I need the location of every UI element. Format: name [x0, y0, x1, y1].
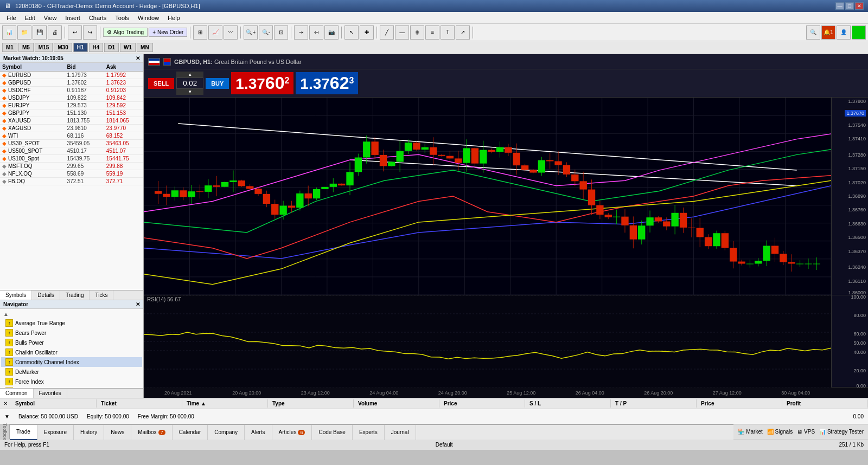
cursor-button[interactable]: ↖ [344, 25, 359, 40]
bottom-tab-history[interactable]: History [74, 425, 104, 440]
arrow-button[interactable]: ↗ [456, 25, 470, 40]
text-button[interactable]: T [441, 25, 455, 40]
notifications-button[interactable]: 🔔1 [821, 25, 835, 40]
toolbox-label[interactable]: Toolbox [0, 424, 10, 439]
menu-help[interactable]: Help [163, 14, 184, 22]
search-button[interactable]: 🔍 [806, 25, 820, 40]
menu-file[interactable]: File [2, 14, 21, 22]
sell-button[interactable]: SELL [148, 78, 174, 89]
navigator-item[interactable]: f Bears Power [1, 328, 142, 338]
navigator-item[interactable]: f Chaikin Oscillator [1, 347, 142, 357]
menu-edit[interactable]: Edit [21, 14, 40, 22]
maximize-button[interactable]: □ [845, 2, 854, 10]
tf-w1[interactable]: W1 [120, 43, 136, 52]
market-watch-row[interactable]: ◆FB.OQ 372.51 372.71 [0, 178, 143, 185]
tf-m1[interactable]: M1 [2, 43, 17, 52]
line-button[interactable]: ╱ [380, 25, 394, 40]
undo-button[interactable]: ↩ [68, 25, 82, 40]
market-watch-row[interactable]: ◆GBPJPY 151.130 151.153 [0, 109, 143, 117]
save-button[interactable]: 💾 [33, 25, 47, 40]
market-watch-row[interactable]: ◆XAGUSD 23.9610 23.9770 [0, 125, 143, 132]
vps-link[interactable]: 🖥 VPS [797, 429, 815, 435]
mw-close-icon[interactable]: ✕ [136, 55, 140, 61]
hline-button[interactable]: — [395, 25, 409, 40]
market-watch-row[interactable]: ◆MSFT.OQ 299.65 299.88 [0, 163, 143, 170]
navigator-item[interactable]: f Commodity Channel Index [1, 357, 142, 367]
scroll-start-button[interactable]: ↤ [309, 25, 323, 40]
menu-window[interactable]: Window [133, 14, 163, 22]
navigator-item[interactable]: f Bulls Power [1, 338, 142, 347]
mw-tab-ticks[interactable]: Ticks [90, 290, 113, 300]
chart-type-button-3[interactable]: 〰 [224, 25, 238, 40]
bottom-tab-news[interactable]: News [104, 425, 131, 440]
nav-close-icon[interactable]: ✕ [136, 301, 140, 307]
strategy-tester-link[interactable]: 📊 Strategy Tester [819, 429, 864, 435]
tf-mn[interactable]: MN [137, 43, 153, 52]
market-link[interactable]: 🏪 Market [738, 429, 762, 435]
market-watch-row[interactable]: ◆US30_SPOT 35459.05 35463.05 [0, 140, 143, 147]
nav-tab-common[interactable]: Common [0, 389, 34, 398]
tf-m15[interactable]: M15 [35, 43, 53, 52]
market-watch-row[interactable]: ◆USDCHF 0.91187 0.91203 [0, 87, 143, 94]
zoom-out-button[interactable]: 🔍- [259, 25, 273, 40]
crosshair-button[interactable]: ✚ [360, 25, 374, 40]
bottom-tab-mailbox[interactable]: Mailbox7 [131, 425, 172, 440]
signals-link[interactable]: 📶 Signals [767, 429, 793, 435]
tf-d1[interactable]: D1 [104, 43, 119, 52]
market-watch-row[interactable]: ◆GBPUSD 1.37602 1.37623 [0, 79, 143, 87]
chart-type-button-2[interactable]: 📈 [208, 25, 222, 40]
market-watch-row[interactable]: ◆USDJPY 109.822 109.842 [0, 94, 143, 102]
print-button[interactable]: 🖨 [48, 25, 62, 40]
bottom-tab-trade[interactable]: Trade [10, 425, 37, 440]
market-watch-row[interactable]: ◆WTI 68.116 68.152 [0, 132, 143, 140]
bottom-tab-company[interactable]: Company [208, 425, 245, 440]
scroll-end-button[interactable]: ⇥ [294, 25, 308, 40]
mw-tab-trading[interactable]: Trading [60, 290, 90, 300]
market-watch-row[interactable]: ◆EURJPY 129.573 129.592 [0, 102, 143, 109]
col-time-header[interactable]: Time ▲ [182, 399, 268, 408]
mw-tab-symbols[interactable]: Symbols [0, 290, 32, 300]
zoom-in-button[interactable]: 🔍+ [244, 25, 258, 40]
bottom-tab-experts[interactable]: Experts [353, 425, 385, 440]
navigator-item[interactable]: f Average True Range [1, 318, 142, 328]
bottom-tab-articles[interactable]: Articles6 [272, 425, 312, 440]
lot-input[interactable] [176, 78, 203, 89]
navigator-item[interactable]: f DeMarker [1, 367, 142, 377]
navigator-item[interactable]: f Force Index [1, 377, 142, 386]
market-watch-row[interactable]: ◆EURUSD 1.17973 1.17992 [0, 72, 143, 79]
bottom-tab-code-base[interactable]: Code Base [312, 425, 352, 440]
menu-view[interactable]: View [40, 14, 61, 22]
tf-h4[interactable]: H4 [89, 43, 104, 52]
main-chart-canvas[interactable] [144, 98, 831, 295]
lot-increase-button[interactable]: ▲ [176, 72, 203, 78]
tf-h1[interactable]: H1 [73, 43, 88, 52]
tf-m5[interactable]: M5 [18, 43, 34, 52]
close-button[interactable]: ✕ [855, 2, 864, 10]
bottom-tab-exposure[interactable]: Exposure [37, 425, 74, 440]
mw-tab-details[interactable]: Details [32, 290, 60, 300]
menu-tools[interactable]: Tools [111, 14, 133, 22]
rsi-canvas[interactable] [144, 295, 831, 388]
market-watch-row[interactable]: ◆NFLX.OQ 558.69 559.19 [0, 170, 143, 178]
tf-m30[interactable]: M30 [54, 43, 72, 52]
account-button[interactable]: 👤 [837, 25, 851, 40]
menu-charts[interactable]: Charts [85, 14, 111, 22]
channel-button[interactable]: ≡ [425, 25, 439, 40]
bottom-tab-calendar[interactable]: Calendar [173, 425, 208, 440]
lot-decrease-button[interactable]: ▼ [176, 89, 203, 95]
redo-button[interactable]: ↪ [83, 25, 97, 40]
minimize-button[interactable]: — [835, 2, 844, 10]
market-watch-row[interactable]: ◆US100_Spot 15439.75 15441.75 [0, 155, 143, 163]
chart-type-button-1[interactable]: ⊞ [193, 25, 207, 40]
fib-button[interactable]: ⋕ [410, 25, 424, 40]
bottom-tab-journal[interactable]: Journal [385, 425, 416, 440]
new-chart-button[interactable]: 📊 [2, 25, 16, 40]
bottom-tab-alerts[interactable]: Alerts [245, 425, 272, 440]
market-watch-row[interactable]: ◆XAUUSD 1813.755 1814.065 [0, 117, 143, 125]
auto-scroll-button[interactable]: ⊡ [274, 25, 288, 40]
nav-tab-favorites[interactable]: Favorites [34, 389, 67, 398]
trade-close-icon[interactable]: ✕ [0, 401, 11, 406]
screenshot-button[interactable]: 📷 [324, 25, 339, 40]
menu-insert[interactable]: Insert [61, 14, 85, 22]
new-order-button[interactable]: + New Order [149, 28, 187, 37]
